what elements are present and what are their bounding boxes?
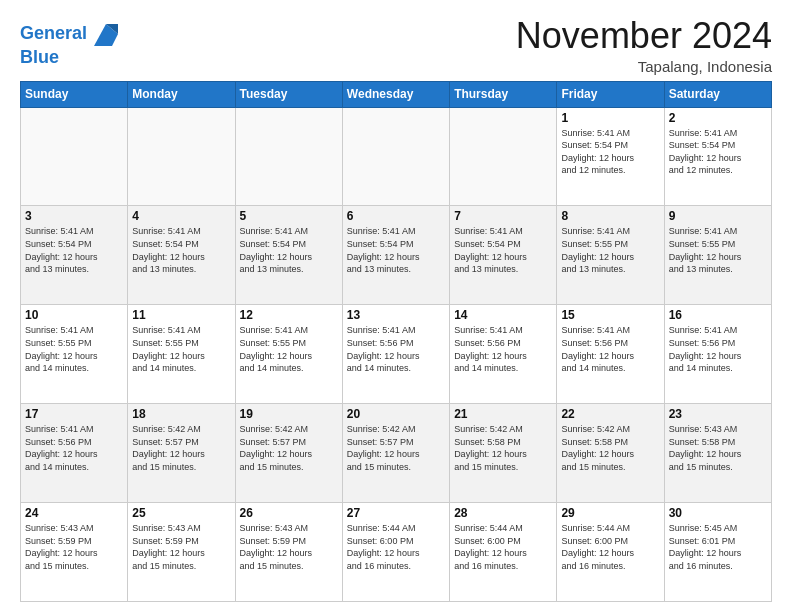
day-number: 21: [454, 407, 552, 421]
subtitle: Tapalang, Indonesia: [516, 58, 772, 75]
table-row: 2Sunrise: 5:41 AM Sunset: 5:54 PM Daylig…: [664, 107, 771, 206]
col-saturday: Saturday: [664, 81, 771, 107]
col-wednesday: Wednesday: [342, 81, 449, 107]
table-row: 25Sunrise: 5:43 AM Sunset: 5:59 PM Dayli…: [128, 503, 235, 602]
day-number: 20: [347, 407, 445, 421]
day-info: Sunrise: 5:41 AM Sunset: 5:54 PM Dayligh…: [347, 225, 445, 275]
logo-icon: [92, 20, 120, 48]
day-number: 30: [669, 506, 767, 520]
table-row: [342, 107, 449, 206]
day-number: 8: [561, 209, 659, 223]
logo: General Blue: [20, 20, 120, 68]
day-info: Sunrise: 5:41 AM Sunset: 5:54 PM Dayligh…: [132, 225, 230, 275]
calendar-week-row: 10Sunrise: 5:41 AM Sunset: 5:55 PM Dayli…: [21, 305, 772, 404]
day-number: 3: [25, 209, 123, 223]
table-row: 21Sunrise: 5:42 AM Sunset: 5:58 PM Dayli…: [450, 404, 557, 503]
day-info: Sunrise: 5:42 AM Sunset: 5:58 PM Dayligh…: [561, 423, 659, 473]
day-number: 28: [454, 506, 552, 520]
day-info: Sunrise: 5:41 AM Sunset: 5:55 PM Dayligh…: [132, 324, 230, 374]
day-info: Sunrise: 5:43 AM Sunset: 5:59 PM Dayligh…: [240, 522, 338, 572]
day-info: Sunrise: 5:41 AM Sunset: 5:55 PM Dayligh…: [561, 225, 659, 275]
day-info: Sunrise: 5:41 AM Sunset: 5:54 PM Dayligh…: [454, 225, 552, 275]
day-info: Sunrise: 5:41 AM Sunset: 5:56 PM Dayligh…: [669, 324, 767, 374]
table-row: 17Sunrise: 5:41 AM Sunset: 5:56 PM Dayli…: [21, 404, 128, 503]
table-row: 9Sunrise: 5:41 AM Sunset: 5:55 PM Daylig…: [664, 206, 771, 305]
logo-blue-text: Blue: [20, 48, 120, 68]
day-number: 18: [132, 407, 230, 421]
table-row: 12Sunrise: 5:41 AM Sunset: 5:55 PM Dayli…: [235, 305, 342, 404]
table-row: 22Sunrise: 5:42 AM Sunset: 5:58 PM Dayli…: [557, 404, 664, 503]
calendar-week-row: 1Sunrise: 5:41 AM Sunset: 5:54 PM Daylig…: [21, 107, 772, 206]
table-row: 24Sunrise: 5:43 AM Sunset: 5:59 PM Dayli…: [21, 503, 128, 602]
table-row: 30Sunrise: 5:45 AM Sunset: 6:01 PM Dayli…: [664, 503, 771, 602]
day-number: 14: [454, 308, 552, 322]
table-row: 13Sunrise: 5:41 AM Sunset: 5:56 PM Dayli…: [342, 305, 449, 404]
month-title: November 2024: [516, 16, 772, 56]
day-number: 19: [240, 407, 338, 421]
header: General Blue November 2024 Tapalang, Ind…: [20, 16, 772, 75]
day-number: 22: [561, 407, 659, 421]
table-row: 3Sunrise: 5:41 AM Sunset: 5:54 PM Daylig…: [21, 206, 128, 305]
day-number: 12: [240, 308, 338, 322]
day-info: Sunrise: 5:43 AM Sunset: 5:59 PM Dayligh…: [25, 522, 123, 572]
day-info: Sunrise: 5:43 AM Sunset: 5:58 PM Dayligh…: [669, 423, 767, 473]
table-row: 18Sunrise: 5:42 AM Sunset: 5:57 PM Dayli…: [128, 404, 235, 503]
day-info: Sunrise: 5:42 AM Sunset: 5:57 PM Dayligh…: [132, 423, 230, 473]
table-row: 26Sunrise: 5:43 AM Sunset: 5:59 PM Dayli…: [235, 503, 342, 602]
table-row: 5Sunrise: 5:41 AM Sunset: 5:54 PM Daylig…: [235, 206, 342, 305]
day-info: Sunrise: 5:41 AM Sunset: 5:54 PM Dayligh…: [25, 225, 123, 275]
table-row: 1Sunrise: 5:41 AM Sunset: 5:54 PM Daylig…: [557, 107, 664, 206]
day-number: 24: [25, 506, 123, 520]
day-info: Sunrise: 5:42 AM Sunset: 5:57 PM Dayligh…: [347, 423, 445, 473]
table-row: 27Sunrise: 5:44 AM Sunset: 6:00 PM Dayli…: [342, 503, 449, 602]
day-number: 5: [240, 209, 338, 223]
day-number: 17: [25, 407, 123, 421]
day-info: Sunrise: 5:42 AM Sunset: 5:58 PM Dayligh…: [454, 423, 552, 473]
table-row: [128, 107, 235, 206]
day-info: Sunrise: 5:41 AM Sunset: 5:54 PM Dayligh…: [669, 127, 767, 177]
table-row: [21, 107, 128, 206]
day-info: Sunrise: 5:41 AM Sunset: 5:54 PM Dayligh…: [240, 225, 338, 275]
day-info: Sunrise: 5:44 AM Sunset: 6:00 PM Dayligh…: [454, 522, 552, 572]
calendar-table: Sunday Monday Tuesday Wednesday Thursday…: [20, 81, 772, 602]
table-row: 6Sunrise: 5:41 AM Sunset: 5:54 PM Daylig…: [342, 206, 449, 305]
table-row: 14Sunrise: 5:41 AM Sunset: 5:56 PM Dayli…: [450, 305, 557, 404]
day-number: 4: [132, 209, 230, 223]
day-info: Sunrise: 5:43 AM Sunset: 5:59 PM Dayligh…: [132, 522, 230, 572]
col-sunday: Sunday: [21, 81, 128, 107]
table-row: [450, 107, 557, 206]
day-number: 29: [561, 506, 659, 520]
table-row: 8Sunrise: 5:41 AM Sunset: 5:55 PM Daylig…: [557, 206, 664, 305]
table-row: 28Sunrise: 5:44 AM Sunset: 6:00 PM Dayli…: [450, 503, 557, 602]
day-info: Sunrise: 5:41 AM Sunset: 5:54 PM Dayligh…: [561, 127, 659, 177]
day-info: Sunrise: 5:41 AM Sunset: 5:56 PM Dayligh…: [561, 324, 659, 374]
table-row: 16Sunrise: 5:41 AM Sunset: 5:56 PM Dayli…: [664, 305, 771, 404]
table-row: 29Sunrise: 5:44 AM Sunset: 6:00 PM Dayli…: [557, 503, 664, 602]
day-info: Sunrise: 5:41 AM Sunset: 5:56 PM Dayligh…: [454, 324, 552, 374]
col-thursday: Thursday: [450, 81, 557, 107]
calendar-week-row: 3Sunrise: 5:41 AM Sunset: 5:54 PM Daylig…: [21, 206, 772, 305]
day-info: Sunrise: 5:41 AM Sunset: 5:56 PM Dayligh…: [25, 423, 123, 473]
day-number: 1: [561, 111, 659, 125]
day-number: 23: [669, 407, 767, 421]
col-tuesday: Tuesday: [235, 81, 342, 107]
day-number: 27: [347, 506, 445, 520]
day-info: Sunrise: 5:45 AM Sunset: 6:01 PM Dayligh…: [669, 522, 767, 572]
table-row: 10Sunrise: 5:41 AM Sunset: 5:55 PM Dayli…: [21, 305, 128, 404]
table-row: [235, 107, 342, 206]
col-friday: Friday: [557, 81, 664, 107]
day-info: Sunrise: 5:44 AM Sunset: 6:00 PM Dayligh…: [561, 522, 659, 572]
day-number: 13: [347, 308, 445, 322]
table-row: 7Sunrise: 5:41 AM Sunset: 5:54 PM Daylig…: [450, 206, 557, 305]
table-row: 15Sunrise: 5:41 AM Sunset: 5:56 PM Dayli…: [557, 305, 664, 404]
page: General Blue November 2024 Tapalang, Ind…: [0, 0, 792, 612]
day-number: 25: [132, 506, 230, 520]
day-info: Sunrise: 5:42 AM Sunset: 5:57 PM Dayligh…: [240, 423, 338, 473]
day-number: 16: [669, 308, 767, 322]
calendar-week-row: 17Sunrise: 5:41 AM Sunset: 5:56 PM Dayli…: [21, 404, 772, 503]
day-number: 9: [669, 209, 767, 223]
table-row: 19Sunrise: 5:42 AM Sunset: 5:57 PM Dayli…: [235, 404, 342, 503]
col-monday: Monday: [128, 81, 235, 107]
day-info: Sunrise: 5:41 AM Sunset: 5:55 PM Dayligh…: [25, 324, 123, 374]
day-number: 6: [347, 209, 445, 223]
